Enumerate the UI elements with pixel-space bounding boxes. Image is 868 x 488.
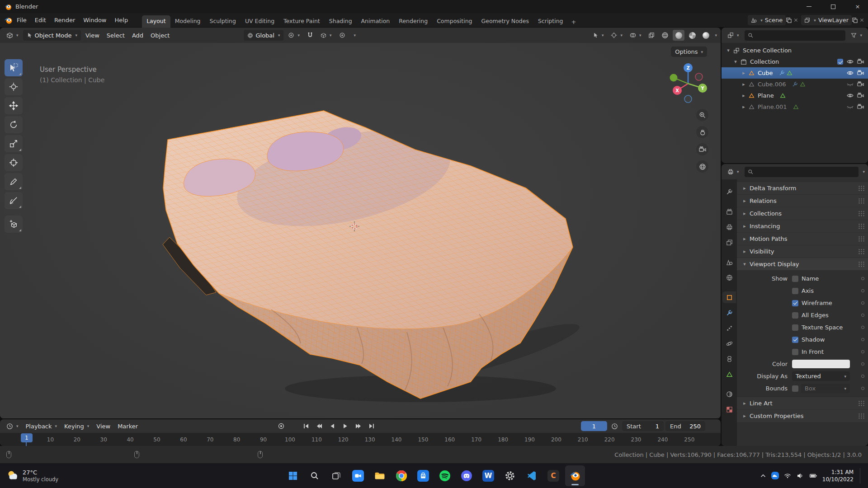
unlink-scene-icon[interactable] [793,18,798,23]
tab-texture[interactable] [722,404,736,415]
play-button[interactable] [340,421,351,432]
battery-icon[interactable] [809,472,818,480]
animate-decorator[interactable] [861,301,864,305]
animate-decorator[interactable] [861,375,864,378]
snap-target-dropdown[interactable]: ▾ [318,30,335,41]
tab-world[interactable] [722,272,736,283]
tab-tool[interactable] [722,186,736,197]
tab-view-layer[interactable] [722,236,736,248]
shading-rendered-button[interactable] [700,30,712,41]
snap-toggle[interactable] [304,30,316,41]
jump-to-start-button[interactable] [300,421,311,432]
menu-file[interactable]: File [13,15,31,26]
editor-type-button[interactable]: ▾ [4,30,21,41]
start-button[interactable] [283,465,303,486]
panel-viewport-display[interactable]: ▾Viewport Display [737,258,868,270]
outliner-row-cube[interactable]: ▸ Cube [722,67,868,79]
checkbox-name[interactable] [792,276,798,282]
drag-grip-icon[interactable] [858,198,864,204]
file-explorer-icon[interactable] [370,465,390,486]
maximize-button[interactable] [823,0,844,13]
toggle-xray-button[interactable] [646,30,657,41]
outliner-row-cube-006[interactable]: ▸ Cube.006 [722,79,868,90]
prev-keyframe-button[interactable] [313,421,325,432]
outliner-search-input[interactable] [745,30,846,41]
checkbox-in-front[interactable] [792,349,798,355]
checkbox-all-edges[interactable] [792,312,798,319]
panel-instancing[interactable]: ▸Instancing [737,220,868,232]
blender-logo-icon[interactable] [4,16,13,25]
eye-closed-icon[interactable] [847,81,854,88]
word-icon[interactable]: W [478,465,498,486]
clock-widget[interactable]: 1:31 AM 10/10/2022 [822,469,854,483]
next-keyframe-button[interactable] [353,421,364,432]
new-scene-icon[interactable] [786,17,792,23]
menu-help[interactable]: Help [111,15,132,26]
search-button[interactable] [305,465,325,486]
pan-hand-button[interactable] [696,126,708,138]
checkbox-texture-space[interactable] [792,324,798,331]
camera-visibility-icon[interactable] [857,70,864,76]
workspace-tab-layout[interactable]: Layout [142,15,170,28]
chrome-icon[interactable] [392,465,411,486]
panel-relations[interactable]: ▸Relations [737,195,868,207]
panel-motion-paths[interactable]: ▸Motion Paths [737,233,868,245]
marker-menu[interactable]: Marker [115,421,141,432]
zoom-button[interactable] [696,109,708,121]
animate-decorator[interactable] [861,326,864,329]
tool-annotate[interactable] [5,173,23,190]
gizmo-neg-x-axis[interactable] [695,73,703,80]
perspective-toggle-button[interactable] [696,160,708,173]
tab-output[interactable] [722,221,736,233]
outliner-row-collection[interactable]: ▾ Collection [722,56,868,67]
show-gizmo-dropdown[interactable]: ▾ [608,30,625,41]
options-button[interactable]: Options ▾ [671,47,707,57]
menu-window[interactable]: Window [79,15,110,26]
weather-widget[interactable]: 27°C Mostly cloudy [5,463,61,488]
filter-button[interactable]: ▾ [848,30,865,41]
camera-visibility-icon[interactable] [857,92,864,99]
frame-end-field[interactable]: End 250 [665,421,705,431]
panel-collections[interactable]: ▸Collections [737,207,868,220]
tool-cursor[interactable] [5,78,23,95]
gizmo-neg-y-axis[interactable] [670,74,678,82]
camera-visibility-icon[interactable] [857,58,864,65]
discord-icon[interactable] [457,465,476,486]
tab-object-data[interactable] [722,368,736,380]
animate-decorator[interactable] [861,338,864,341]
proportional-editing-toggle[interactable] [336,30,348,41]
view-menu[interactable]: View [94,421,113,432]
outliner-row-scene-collection[interactable]: ▾ Scene Collection [722,45,868,56]
show-desktop-sliver[interactable] [860,468,862,483]
tab-physics[interactable] [722,338,736,349]
tool-rotate[interactable] [5,116,23,133]
animate-decorator[interactable] [861,387,864,390]
drag-grip-icon[interactable] [858,400,864,406]
bounds-checkbox[interactable] [792,385,798,392]
playback-menu[interactable]: Playback▾ [23,421,60,432]
gizmo-neg-z-axis[interactable] [684,95,692,103]
editor-type-button[interactable]: ▾ [4,421,21,432]
collection-checkbox[interactable] [837,59,843,65]
eye-open-icon[interactable] [847,92,854,99]
panel-custom-properties[interactable]: ▸Custom Properties [737,410,868,422]
settings-icon[interactable] [500,465,520,486]
animate-decorator[interactable] [861,362,864,366]
disclosure-icon[interactable]: ▸ [741,81,747,87]
viewlayer-selector[interactable]: ▾ ViewLayer [801,15,852,25]
minimize-button[interactable] [798,0,819,13]
animate-decorator[interactable] [861,314,864,317]
menu-object[interactable]: Object [148,30,172,41]
tray-chevron-up-icon[interactable] [760,473,767,479]
workspace-tab-modeling[interactable]: Modeling [170,15,205,28]
tab-scene[interactable] [722,256,736,268]
volume-icon[interactable] [796,472,804,480]
menu-select[interactable]: Select [104,30,127,41]
tool-scale[interactable] [5,135,23,152]
microsoft-store-icon[interactable] [413,465,433,486]
tab-modifiers[interactable] [722,307,736,319]
drag-grip-icon[interactable] [858,413,864,419]
camera-visibility-icon[interactable] [857,103,864,110]
workspace-tab-compositing[interactable]: Compositing [432,15,476,28]
tool-add-cube[interactable] [5,216,23,233]
